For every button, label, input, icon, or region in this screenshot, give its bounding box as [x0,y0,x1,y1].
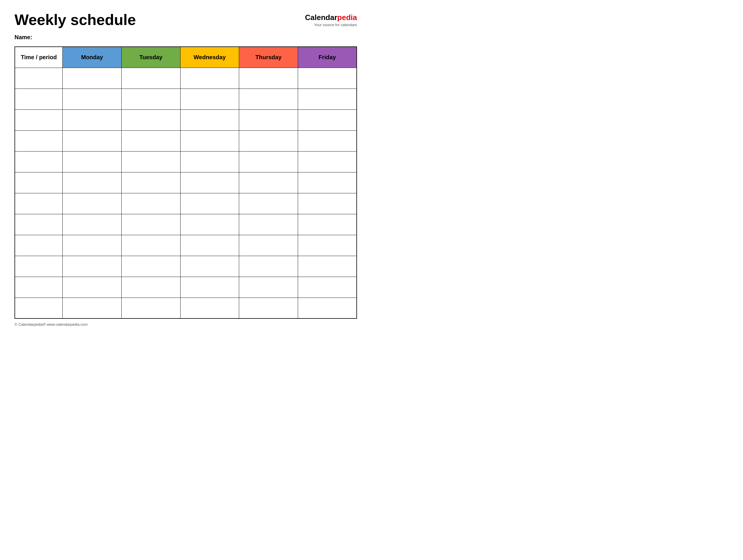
table-cell[interactable] [180,130,239,151]
table-cell[interactable] [63,193,122,214]
table-cell[interactable] [63,110,122,130]
table-cell[interactable] [239,235,298,256]
table-row [15,277,357,298]
table-cell[interactable] [239,256,298,277]
table-row [15,68,357,89]
table-cell[interactable] [180,277,239,298]
table-cell[interactable] [15,151,63,172]
table-cell[interactable] [15,172,63,193]
table-cell[interactable] [122,277,180,298]
table-cell[interactable] [122,172,180,193]
page-header: Weekly schedule Calendarpedia Your sourc… [14,12,357,28]
name-label: Name: [14,34,32,40]
table-cell[interactable] [180,68,239,89]
table-cell[interactable] [180,235,239,256]
table-cell[interactable] [15,298,63,318]
table-cell[interactable] [63,235,122,256]
table-cell[interactable] [180,193,239,214]
table-cell[interactable] [122,89,180,110]
logo-text: Calendarpedia [305,13,357,22]
table-cell[interactable] [63,277,122,298]
table-cell[interactable] [180,89,239,110]
table-cell[interactable] [122,235,180,256]
table-row [15,193,357,214]
table-cell[interactable] [63,214,122,235]
table-row [15,298,357,318]
table-cell[interactable] [298,89,357,110]
table-cell[interactable] [298,277,357,298]
table-cell[interactable] [15,130,63,151]
table-cell[interactable] [63,130,122,151]
page-title: Weekly schedule [14,12,136,28]
table-cell[interactable] [298,193,357,214]
table-cell[interactable] [122,256,180,277]
header-wednesday: Wednesday [180,47,239,68]
footer-text: © Calendarpedia® www.calendarpedia.com [14,322,88,327]
table-row [15,110,357,130]
table-cell[interactable] [15,256,63,277]
table-row [15,214,357,235]
table-cell[interactable] [15,235,63,256]
table-cell[interactable] [180,214,239,235]
logo-calendar: Calendar [305,13,337,22]
table-cell[interactable] [15,89,63,110]
table-cell[interactable] [180,172,239,193]
table-cell[interactable] [180,110,239,130]
table-cell[interactable] [298,214,357,235]
table-cell[interactable] [122,151,180,172]
logo-pedia: pedia [337,13,357,22]
table-cell[interactable] [298,151,357,172]
table-cell[interactable] [298,256,357,277]
header-tuesday: Tuesday [122,47,180,68]
header-time: Time / period [15,47,63,68]
table-cell[interactable] [239,151,298,172]
table-cell[interactable] [63,172,122,193]
table-cell[interactable] [180,256,239,277]
table-cell[interactable] [239,193,298,214]
table-row [15,235,357,256]
table-row [15,89,357,110]
table-cell[interactable] [63,68,122,89]
table-cell[interactable] [122,298,180,318]
table-cell[interactable] [122,110,180,130]
table-cell[interactable] [122,193,180,214]
table-cell[interactable] [239,68,298,89]
logo-tagline: Your source for calendars [305,23,357,27]
table-cell[interactable] [122,130,180,151]
table-cell[interactable] [239,298,298,318]
header-thursday: Thursday [239,47,298,68]
table-cell[interactable] [15,193,63,214]
table-cell[interactable] [15,68,63,89]
header-monday: Monday [63,47,122,68]
table-cell[interactable] [15,110,63,130]
header-friday: Friday [298,47,357,68]
table-cell[interactable] [298,172,357,193]
schedule-table: Time / period Monday Tuesday Wednesday T… [14,46,357,319]
table-cell[interactable] [239,172,298,193]
table-cell[interactable] [298,298,357,318]
table-cell[interactable] [239,89,298,110]
table-cell[interactable] [63,298,122,318]
table-cell[interactable] [180,151,239,172]
table-cell[interactable] [15,214,63,235]
table-cell[interactable] [239,277,298,298]
name-row: Name: [14,34,357,41]
table-cell[interactable] [180,298,239,318]
table-cell[interactable] [15,277,63,298]
table-cell[interactable] [122,68,180,89]
table-cell[interactable] [239,110,298,130]
table-cell[interactable] [298,110,357,130]
table-cell[interactable] [239,214,298,235]
table-cell[interactable] [298,235,357,256]
table-header-row: Time / period Monday Tuesday Wednesday T… [15,47,357,68]
table-cell[interactable] [63,89,122,110]
table-cell[interactable] [239,130,298,151]
table-row [15,172,357,193]
table-cell[interactable] [298,130,357,151]
table-cell[interactable] [63,256,122,277]
table-cell[interactable] [122,214,180,235]
table-row [15,130,357,151]
table-cell[interactable] [298,68,357,89]
table-cell[interactable] [63,151,122,172]
table-row [15,151,357,172]
